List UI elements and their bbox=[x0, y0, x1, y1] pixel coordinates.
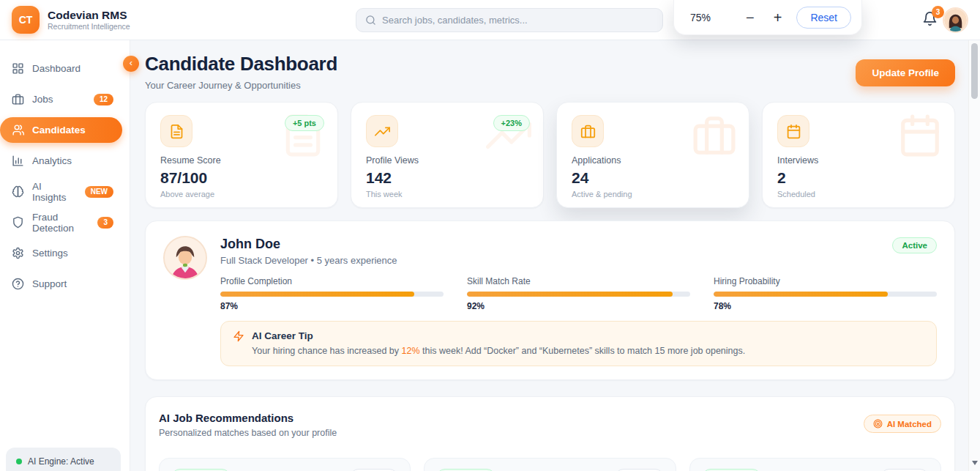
target-icon bbox=[873, 419, 883, 429]
metric-profile-completion: Profile Completion 87% bbox=[220, 276, 444, 311]
sidebar-item-candidates[interactable]: Candidates bbox=[0, 117, 122, 143]
update-profile-button[interactable]: Update Profile bbox=[856, 59, 955, 86]
sidebar-item-label: Candidates bbox=[32, 125, 86, 136]
sidebar-item-ai-insights[interactable]: AI Insights NEW bbox=[0, 179, 122, 204]
sidebar-item-jobs[interactable]: Jobs 12 bbox=[0, 86, 122, 112]
metric-value: 87% bbox=[220, 301, 444, 311]
sidebar-item-label: Dashboard bbox=[32, 63, 81, 74]
zoom-reset-button[interactable]: Reset bbox=[796, 7, 851, 29]
new-badge: NEW bbox=[85, 186, 113, 198]
metric-hiring-probability: Hiring Probability 78% bbox=[714, 276, 937, 311]
metric-label: Hiring Probability bbox=[714, 276, 937, 287]
brain-icon bbox=[12, 185, 24, 198]
app-name: Codevian RMS bbox=[48, 9, 130, 22]
zoom-in-button[interactable]: + bbox=[769, 9, 787, 26]
active-status-badge: Active bbox=[892, 237, 937, 253]
sidebar-item-fraud-detection[interactable]: Fraud Detection 3 bbox=[0, 209, 122, 235]
candidate-role: Full Stack Developer • 5 years experienc… bbox=[220, 254, 937, 267]
grid-icon bbox=[12, 62, 24, 75]
global-search[interactable] bbox=[356, 8, 663, 32]
sidebar-item-label: Support bbox=[32, 278, 67, 289]
scrollbar-thumb[interactable] bbox=[971, 43, 978, 99]
metric-skill-match: Skill Match Rate 92% bbox=[467, 276, 690, 311]
notification-count-badge: 3 bbox=[932, 6, 944, 18]
zoom-widget: 75% − + Reset bbox=[673, 0, 862, 35]
sidebar-item-label: Settings bbox=[32, 248, 68, 259]
search-input[interactable] bbox=[382, 15, 654, 26]
profile-metrics: Profile Completion 87% Skill Match Rate … bbox=[220, 276, 937, 311]
zoom-out-button[interactable]: − bbox=[741, 9, 759, 26]
ai-engine-label: AI Engine: Active bbox=[28, 456, 94, 467]
help-circle-icon bbox=[12, 278, 24, 290]
job-card[interactable]: 88% Match Contract bbox=[689, 458, 941, 471]
stat-card-resume-score[interactable]: +5 pts Resume Score 87/100 Above average bbox=[145, 102, 338, 208]
sidebar: Dashboard Jobs 12 Candidates Analyti bbox=[0, 40, 130, 471]
tip-text: Your hiring chance has increased by 12% … bbox=[252, 345, 745, 357]
tip-highlight: 12% bbox=[402, 346, 420, 356]
bar-chart-icon bbox=[12, 155, 24, 167]
ai-career-tip: AI Career Tip Your hiring chance has inc… bbox=[220, 321, 937, 366]
stat-value: 87/100 bbox=[160, 169, 323, 187]
ai-matched-badge: AI Matched bbox=[864, 415, 941, 433]
recommendations-subtitle: Personalized matches based on your profi… bbox=[159, 428, 337, 438]
sidebar-item-settings[interactable]: Settings bbox=[0, 240, 122, 266]
sidebar-item-analytics[interactable]: Analytics bbox=[0, 148, 122, 174]
sidebar-item-label: AI Insights bbox=[32, 181, 77, 203]
sidebar-item-label: Fraud Detection bbox=[32, 212, 89, 234]
trending-up-icon bbox=[366, 115, 398, 147]
stat-value: 142 bbox=[366, 169, 528, 187]
stat-card-applications[interactable]: Applications 24 Active & pending bbox=[556, 102, 749, 208]
file-text-icon bbox=[160, 115, 192, 147]
calendar-icon bbox=[777, 115, 809, 147]
avatar-image bbox=[944, 9, 967, 31]
metric-label: Profile Completion bbox=[220, 276, 444, 287]
page-title: Candidate Dashboard bbox=[145, 53, 337, 75]
candidate-name: John Doe bbox=[220, 236, 937, 252]
sidebar-item-label: Analytics bbox=[32, 155, 72, 166]
metric-value: 92% bbox=[467, 301, 690, 311]
briefcase-ghost-icon bbox=[692, 113, 737, 158]
progress-bar bbox=[714, 292, 937, 297]
job-recommendations-card: AI Job Recommendations Personalized matc… bbox=[145, 396, 955, 471]
job-card[interactable]: 91% Match Full-time bbox=[424, 458, 676, 471]
sidebar-item-dashboard[interactable]: Dashboard bbox=[0, 56, 122, 81]
app-window: CT Codevian RMS Recruitment Intelligence… bbox=[0, 0, 980, 471]
metric-value: 78% bbox=[714, 301, 937, 311]
brand: CT Codevian RMS Recruitment Intelligence bbox=[12, 6, 130, 34]
main-content: Candidate Dashboard Your Career Journey … bbox=[130, 40, 968, 471]
candidate-profile-card: Active John Doe Full Stack Develo bbox=[145, 220, 955, 380]
sidebar-collapse-button[interactable]: ‹ bbox=[123, 56, 139, 72]
vertical-scrollbar[interactable] bbox=[968, 40, 980, 471]
stat-card-interviews[interactable]: Interviews 2 Scheduled bbox=[762, 102, 955, 208]
recommendations-title: AI Job Recommendations bbox=[159, 412, 337, 424]
fraud-count-badge: 3 bbox=[97, 217, 113, 229]
zap-icon bbox=[233, 330, 244, 357]
stat-value: 2 bbox=[777, 169, 940, 187]
app-tagline: Recruitment Intelligence bbox=[48, 22, 130, 31]
status-dot bbox=[16, 459, 22, 464]
stat-card-profile-views[interactable]: +23% Profile Views 142 This week bbox=[351, 102, 544, 208]
avatar-image bbox=[165, 237, 206, 278]
stat-sub: This week bbox=[366, 190, 528, 199]
jobs-grid: 94% Match Full-time 91% Match Full-time … bbox=[159, 458, 941, 471]
briefcase-icon bbox=[12, 93, 24, 105]
stat-badge: +23% bbox=[493, 115, 530, 131]
app-logo: CT bbox=[12, 6, 40, 34]
logo-initials: CT bbox=[19, 14, 33, 26]
user-avatar[interactable] bbox=[943, 7, 968, 33]
zoom-level: 75% bbox=[690, 12, 711, 23]
progress-bar bbox=[220, 292, 444, 297]
sidebar-item-support[interactable]: Support bbox=[0, 271, 122, 297]
sidebar-item-label: Jobs bbox=[32, 94, 53, 105]
job-card[interactable]: 94% Match Full-time bbox=[159, 458, 411, 471]
stat-sub: Active & pending bbox=[572, 190, 734, 199]
scroll-down-arrow[interactable] bbox=[972, 461, 978, 465]
users-icon bbox=[12, 124, 24, 136]
notifications-button[interactable]: 3 bbox=[922, 11, 938, 26]
ai-engine-status: AI Engine: Active bbox=[6, 448, 121, 471]
top-header: CT Codevian RMS Recruitment Intelligence… bbox=[0, 0, 980, 40]
progress-bar bbox=[467, 292, 690, 297]
metric-label: Skill Match Rate bbox=[467, 276, 690, 287]
calendar-ghost-icon bbox=[897, 113, 943, 158]
jobs-count-badge: 12 bbox=[94, 94, 113, 105]
